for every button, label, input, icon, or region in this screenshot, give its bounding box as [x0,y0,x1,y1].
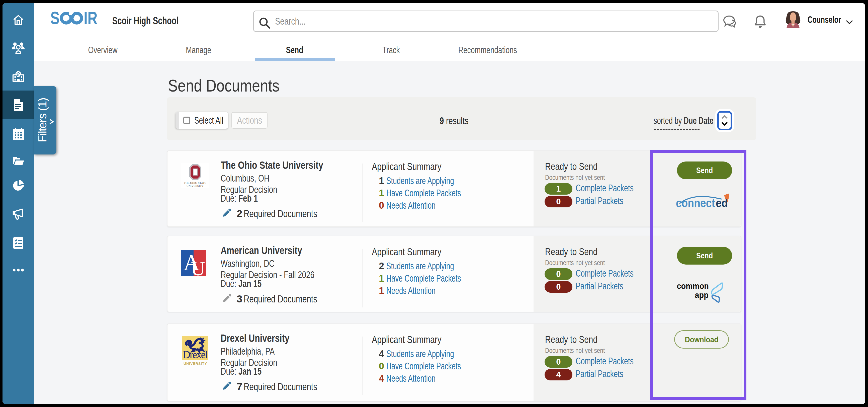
svg-text:THE OHIO STATE: THE OHIO STATE [184,181,206,184]
svg-text:U: U [191,257,205,276]
svg-text:UNIVERSITY: UNIVERSITY [187,184,204,187]
svg-text:Drexel: Drexel [183,349,208,361]
svg-text:IR: IR [84,11,97,25]
svg-text:S: S [51,11,59,25]
